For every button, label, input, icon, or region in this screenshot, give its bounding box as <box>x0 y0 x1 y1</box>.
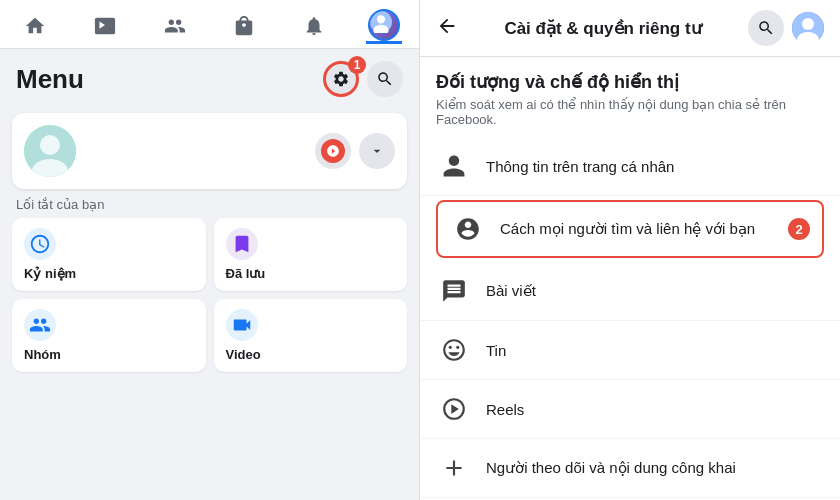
video-label: Video <box>226 347 261 362</box>
post-icon <box>436 273 472 309</box>
search-icon <box>376 70 394 88</box>
back-button[interactable] <box>436 15 458 42</box>
person-search-icon <box>450 211 486 247</box>
reels-icon <box>436 391 472 427</box>
section-description: Kiểm soát xem ai có thể nhìn thấy nội du… <box>420 97 840 137</box>
profile-card-actions <box>315 133 395 169</box>
story-icon <box>436 332 472 368</box>
expand-button[interactable] <box>359 133 395 169</box>
nav-friends[interactable] <box>157 8 193 44</box>
group-icon <box>24 309 56 341</box>
menu-actions: 1 <box>323 61 403 97</box>
video-icon <box>226 309 258 341</box>
right-header: Cài đặt & quyền riêng tư <box>420 0 840 57</box>
svg-point-1 <box>377 15 385 23</box>
nguoi-theo-doi-label: Người theo dõi và nội dung công khai <box>486 459 736 477</box>
ky-niem-label: Kỷ niệm <box>24 266 76 281</box>
live-icon <box>321 139 345 163</box>
person-icon <box>436 148 472 184</box>
nav-notifications[interactable] <box>296 8 332 44</box>
nav-profile[interactable] <box>366 8 402 44</box>
svg-point-7 <box>802 18 814 30</box>
profile-card[interactable] <box>12 113 407 189</box>
right-panel: Cài đặt & quyền riêng tư Đối tượng và ch… <box>420 0 840 500</box>
menu-item-reels[interactable]: Reels <box>420 380 840 439</box>
bookmark-icon <box>226 228 258 260</box>
cach-moi-nguoi-label: Cách mọi người tìm và liên hệ với bạn <box>500 220 755 238</box>
followers-icon <box>436 450 472 486</box>
search-button[interactable] <box>367 61 403 97</box>
shortcut-video[interactable]: Video <box>214 299 408 372</box>
left-panel: Menu 1 <box>0 0 420 500</box>
avatar <box>24 125 76 177</box>
profile-avatar-nav <box>368 9 400 41</box>
settings-title: Cài đặt & quyền riêng tư <box>470 18 736 39</box>
thong-tin-label: Thông tin trên trang cá nhân <box>486 158 674 175</box>
menu-item-nguoi-theo-doi[interactable]: Người theo dõi và nội dung công khai <box>420 439 840 498</box>
menu-title: Menu <box>16 64 84 95</box>
settings-menu-list: Đối tượng và chế độ hiển thị Kiểm soát x… <box>420 57 840 500</box>
gear-badge: 1 <box>348 56 366 74</box>
bai-viet-label: Bài viết <box>486 282 536 300</box>
shortcut-ky-niem[interactable]: Kỷ niệm <box>12 218 206 291</box>
item-badge-2: 2 <box>788 218 810 240</box>
gear-icon <box>332 70 350 88</box>
header-search-button[interactable] <box>748 10 784 46</box>
chevron-down-icon <box>369 143 385 159</box>
nav-home[interactable] <box>17 8 53 44</box>
shortcuts-grid: Kỷ niệm Đã lưu Nhóm Vid <box>0 218 419 380</box>
nav-video[interactable] <box>87 8 123 44</box>
header-search-icon <box>757 19 775 37</box>
tin-label: Tin <box>486 342 506 359</box>
reels-label: Reels <box>486 401 524 418</box>
nhom-label: Nhóm <box>24 347 61 362</box>
right-header-actions <box>748 10 824 46</box>
back-arrow-icon <box>436 15 458 37</box>
menu-item-bai-viet[interactable]: Bài viết <box>420 262 840 321</box>
header-avatar[interactable] <box>792 12 824 44</box>
shortcuts-label: Lối tắt của bạn <box>0 197 419 218</box>
nav-marketplace[interactable] <box>226 8 262 44</box>
shortcut-nhom[interactable]: Nhóm <box>12 299 206 372</box>
menu-item-thong-tin[interactable]: Thông tin trên trang cá nhân <box>420 137 840 196</box>
menu-item-tin[interactable]: Tin <box>420 321 840 380</box>
top-navigation <box>0 0 419 49</box>
menu-item-cach-moi-nguoi[interactable]: Cách mọi người tìm và liên hệ với bạn 2 <box>436 200 824 258</box>
clock-icon <box>24 228 56 260</box>
shortcut-da-luu[interactable]: Đã lưu <box>214 218 408 291</box>
menu-header: Menu 1 <box>0 49 419 105</box>
settings-button[interactable]: 1 <box>323 61 359 97</box>
section-title: Đối tượng và chế độ hiển thị <box>420 57 840 97</box>
live-button[interactable] <box>315 133 351 169</box>
da-luu-label: Đã lưu <box>226 266 266 281</box>
